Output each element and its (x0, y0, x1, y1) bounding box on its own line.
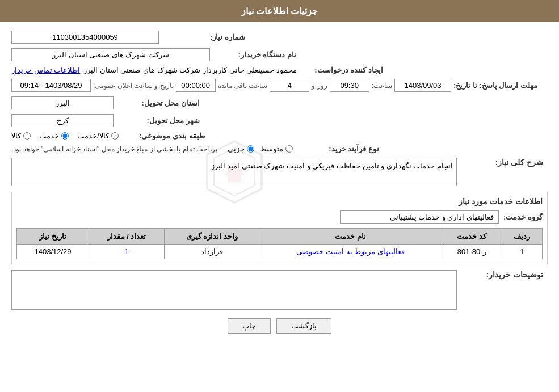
buyer-desc-row: توضیحات خریدار: (11, 270, 548, 310)
province-label: استان محل تحویل: (114, 99, 204, 107)
deadline-time: 09:30 (330, 79, 369, 92)
buyer-desc-label: توضیحات خریدار: (457, 270, 548, 279)
city-row: شهر محل تحویل: کرج (11, 114, 548, 127)
col-date: تاریخ نیاز (17, 229, 89, 245)
purchase-jozei-label: جزیی (228, 145, 245, 153)
cell-unit: قرارداد (164, 245, 259, 259)
buttons-row: بازگشت چاپ (11, 318, 548, 334)
need-desc-row: شرح کلی نیاز: انجام خدمات نگهداری و تامی… (11, 158, 548, 186)
services-table-head: ردیف کد خدمت نام خدمت واحد اندازه گیری ت… (17, 229, 543, 245)
category-kala-radio[interactable] (23, 132, 31, 140)
services-table-header-row: ردیف کد خدمت نام خدمت واحد اندازه گیری ت… (17, 229, 543, 245)
announce-value: 1403/08/29 - 09:14 (11, 79, 91, 92)
print-button[interactable]: چاپ (228, 318, 271, 334)
back-button[interactable]: بازگشت (276, 318, 331, 334)
contact-link[interactable]: اطلاعات تماس خریدار (11, 66, 80, 74)
need-number-row: شماره نیاز: 1103001354000059 (11, 31, 548, 44)
col-unit: واحد اندازه گیری (164, 229, 259, 245)
province-value: البرز (11, 96, 114, 109)
col-row: ردیف (502, 229, 542, 245)
creator-value: محمود حسینعلی خانی کاربردار شرکت شهرک ها… (83, 66, 297, 74)
announce-label: تاریخ و ساعت اعلان عمومی: (93, 82, 174, 90)
purchase-desc: پرداخت تمام یا بخشی از مبلغ خریداز محل "… (11, 145, 217, 153)
purchase-type-label: نوع فرآیند خرید: (293, 145, 384, 153)
col-quantity: تعداد / مقدار (89, 229, 165, 245)
category-khadamat-item: خدمت (39, 132, 69, 140)
purchase-motavaset-radio[interactable] (285, 145, 293, 153)
category-kala-khadamat-radio[interactable] (111, 132, 119, 140)
purchase-jozei-radio[interactable] (247, 145, 254, 153)
buyer-org-label: نام دستگاه خریدار: (210, 50, 301, 59)
city-value: کرج (11, 114, 114, 127)
need-desc-container: انجام خدمات نگهداری و تامین حفاظت فیزیکی… (11, 158, 457, 186)
category-label: طبقه بندی موضوعی: (119, 132, 209, 140)
cell-quantity: 1 (89, 245, 165, 259)
deadline-time-label: ساعت: (372, 82, 392, 90)
category-kala-item: کالا (11, 132, 31, 140)
deadline-label: مهلت ارسال پاسخ: تا تاریخ: (451, 81, 542, 90)
services-table-body: 1 ز-80-801 فعالیتهای مربوط به امنیت خصوص… (17, 245, 543, 259)
category-radio-group: کالا/خدمت خدمت کالا (11, 132, 119, 140)
category-khadamat-label: خدمت (39, 132, 59, 140)
category-kala-khadamat-label: کالا/خدمت (77, 132, 109, 140)
content-area: شماره نیاز: 1103001354000059 نام دستگاه … (0, 22, 559, 351)
col-name: نام خدمت (259, 229, 442, 245)
purchase-type-group: متوسط جزیی پرداخت تمام یا بخشی از مبلغ خ… (11, 145, 293, 153)
need-desc-label: شرح کلی نیاز: (457, 158, 548, 167)
cell-name: فعالیتهای مربوط به امنیت خصوصی (259, 245, 442, 259)
buyer-org-row: نام دستگاه خریدار: شرکت شهرک های صنعتی ا… (11, 48, 548, 61)
col-code: کد خدمت (442, 229, 502, 245)
creator-label: ایجاد کننده درخواست: (297, 66, 388, 74)
buyer-org-value: شرکت شهرک های صنعتی استان البرز (11, 48, 210, 61)
page-container: جزئیات اطلاعات نیاز شماره نیاز: 11030013… (0, 0, 559, 392)
buyer-desc-container (11, 270, 457, 310)
deadline-row: مهلت ارسال پاسخ: تا تاریخ: 1403/09/03 سا… (11, 79, 548, 92)
deadline-days-label: روز و (312, 82, 327, 90)
services-table: ردیف کد خدمت نام خدمت واحد اندازه گیری ت… (16, 228, 543, 259)
services-section: اطلاعات خدمات مورد نیاز گروه خدمت: فعالی… (11, 192, 548, 264)
page-header: جزئیات اطلاعات نیاز (0, 0, 559, 22)
header-title: جزئیات اطلاعات نیاز (241, 6, 318, 16)
deadline-date: 1403/09/03 (394, 79, 451, 92)
group-value: فعالیتهای اداری و خدمات پشتیبانی (340, 210, 499, 224)
group-label: گروه خدمت: (503, 213, 543, 221)
buyer-desc-value (11, 270, 457, 310)
table-row: 1 ز-80-801 فعالیتهای مربوط به امنیت خصوص… (17, 245, 543, 259)
cell-code: ز-80-801 (442, 245, 502, 259)
group-row: گروه خدمت: فعالیتهای اداری و خدمات پشتیب… (16, 210, 543, 224)
deadline-hours-label: ساعت باقی مانده (218, 82, 268, 90)
purchase-motavaset-item: متوسط (260, 145, 293, 153)
purchase-type-row: نوع فرآیند خرید: متوسط جزیی پرداخت تمام … (11, 145, 548, 153)
deadline-days: 4 (270, 79, 309, 92)
need-number-label: شماره نیاز: (159, 33, 250, 41)
deadline-remaining: 00:00:00 (176, 79, 216, 92)
services-section-title: اطلاعات خدمات مورد نیاز (16, 197, 543, 206)
category-kala-label: کالا (11, 132, 21, 140)
category-row: طبقه بندی موضوعی: کالا/خدمت خدمت کالا (11, 132, 548, 140)
creator-row: ایجاد کننده درخواست: محمود حسینعلی خانی … (11, 66, 548, 74)
purchase-motavaset-label: متوسط (260, 145, 283, 153)
purchase-jozei-item: جزیی (228, 145, 254, 153)
category-khadamat-radio[interactable] (61, 132, 69, 140)
need-desc-value: انجام خدمات نگهداری و تامین حفاظت فیزیکی… (11, 158, 457, 186)
category-kala-khadamat-item: کالا/خدمت (77, 132, 119, 140)
city-label: شهر محل تحویل: (114, 116, 204, 125)
need-number-value: 1103001354000059 (11, 31, 159, 44)
cell-row: 1 (502, 245, 542, 259)
cell-date: 1403/12/29 (17, 245, 89, 259)
province-row: استان محل تحویل: البرز (11, 96, 548, 109)
